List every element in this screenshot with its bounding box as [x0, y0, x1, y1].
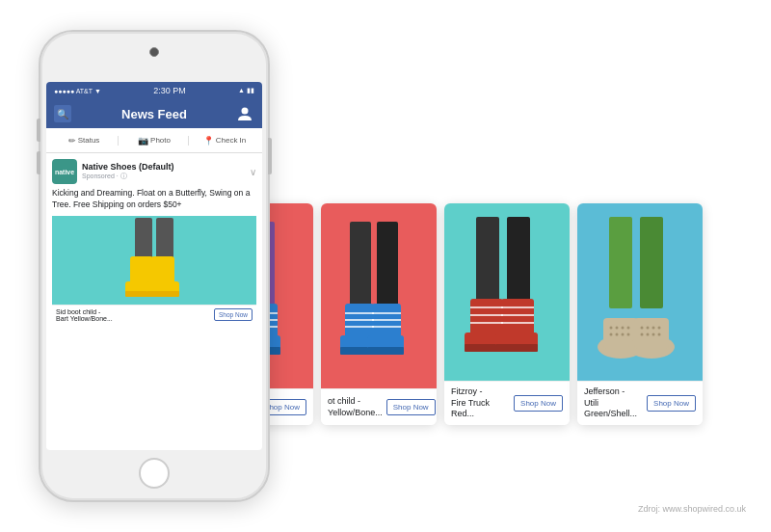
fb-profile-icon[interactable]: [237, 105, 254, 122]
svg-point-61: [610, 333, 613, 336]
card-name-4: Fitzroy -: [451, 386, 510, 398]
item-name-1: Sid boot child -: [56, 308, 211, 315]
photo-label: Photo: [150, 136, 171, 145]
card-name-3: ot child -: [328, 396, 383, 408]
status-action[interactable]: ✏ Status: [50, 136, 119, 146]
phone-camera: [149, 47, 159, 57]
shoe-svg-3: [335, 222, 422, 371]
svg-rect-52: [640, 217, 663, 308]
svg-point-0: [241, 108, 248, 115]
phone-side-right: [268, 138, 272, 174]
brand-avatar: native: [52, 159, 77, 184]
post-brand-name: Native Shoes (Default): [82, 162, 245, 172]
svg-rect-2: [156, 218, 173, 261]
card-img-3: [321, 203, 437, 388]
svg-rect-23: [350, 222, 371, 308]
post-sponsored: Sponsored · ⓘ: [82, 172, 245, 181]
svg-point-67: [652, 327, 655, 330]
svg-point-65: [641, 327, 644, 330]
card-subname-5: Utili Green/Shell...: [584, 398, 643, 420]
svg-point-60: [627, 327, 630, 330]
post-info: Native Shoes (Default) Sponsored · ⓘ: [82, 162, 245, 181]
battery-icon: ▮▮: [247, 87, 254, 94]
phone-mockup: ●●●●● AT&T ▼ 2:30 PM ▲ ▮▮ 🔍 News Feed: [39, 30, 270, 502]
svg-rect-56: [634, 318, 669, 349]
phone-carousel[interactable]: Sid boot child - Bart Yellow/Bone... Sho…: [52, 216, 256, 325]
post-menu[interactable]: ∨: [250, 167, 256, 177]
svg-point-63: [622, 333, 625, 336]
svg-point-58: [616, 327, 619, 330]
svg-rect-37: [476, 217, 499, 304]
photo-action[interactable]: 📷 Photo: [120, 136, 189, 146]
shoe-image-1: [116, 218, 193, 303]
svg-rect-38: [507, 217, 530, 304]
phone-home-button[interactable]: [139, 458, 170, 489]
phone-side-left: [37, 119, 40, 142]
post-text: Kicking and Dreaming. Float on a Butterf…: [52, 188, 256, 211]
status-label: Status: [78, 136, 100, 145]
carrier-text: ●●●●● AT&T ▼: [54, 88, 101, 94]
card-subname-3: Yellow/Bone...: [328, 408, 383, 419]
svg-rect-1: [135, 218, 152, 261]
svg-point-70: [647, 333, 650, 336]
shoe-svg-4: [459, 217, 555, 366]
shop-now-3[interactable]: Shop Now: [386, 399, 436, 415]
checkin-action[interactable]: 📍 Check In: [191, 136, 258, 146]
svg-rect-44: [495, 344, 538, 352]
time-text: 2:30 PM: [153, 86, 186, 95]
card-name-5: Jefferson -: [584, 386, 643, 398]
svg-point-62: [616, 333, 619, 336]
phone-screen: ●●●●● AT&T ▼ 2:30 PM ▲ ▮▮ 🔍 News Feed: [46, 82, 262, 450]
shop-now-4[interactable]: Shop Now: [514, 395, 563, 412]
svg-point-72: [658, 333, 661, 336]
carousel-card-5: Jefferson - Utili Green/Shell... Shop No…: [577, 203, 703, 425]
carousel-card-3: ot child - Yellow/Bone... Shop Now: [321, 203, 437, 425]
svg-point-59: [622, 327, 625, 330]
checkin-icon: 📍: [203, 136, 214, 146]
svg-point-71: [652, 333, 655, 336]
svg-rect-8: [146, 291, 179, 297]
svg-rect-24: [377, 222, 398, 308]
post-header: native Native Shoes (Default) Sponsored …: [52, 159, 256, 184]
card-img-4: [444, 203, 570, 381]
card-caption-5: Jefferson - Utili Green/Shell... Shop No…: [577, 381, 703, 425]
wifi-icon: ▲: [238, 87, 245, 94]
news-feed-title: News Feed: [121, 107, 187, 121]
carousel-cards: Fitzsi Mega Shop Now: [198, 203, 703, 425]
svg-point-57: [610, 327, 613, 330]
svg-rect-51: [609, 217, 632, 308]
status-bar: ●●●●● AT&T ▼ 2:30 PM ▲ ▮▮: [46, 82, 262, 99]
caption-name-4: Fitzroy - Fire Truck Red...: [451, 386, 510, 420]
status-icons: ▲ ▮▮: [238, 87, 254, 94]
card-subname-4: Fire Truck Red...: [451, 398, 510, 420]
fb-post: native Native Shoes (Default) Sponsored …: [46, 153, 262, 331]
caption-text-1: Sid boot child - Bart Yellow/Bone...: [56, 308, 211, 322]
person-icon: [237, 107, 253, 120]
status-icon: ✏: [68, 136, 76, 146]
svg-point-68: [658, 327, 661, 330]
svg-point-64: [627, 333, 630, 336]
card-caption-4: Fitzroy - Fire Truck Red... Shop Now: [444, 381, 570, 425]
svg-point-66: [647, 327, 650, 330]
svg-rect-30: [367, 347, 404, 355]
phone-carousel-item-1: Sid boot child - Bart Yellow/Bone... Sho…: [52, 216, 256, 325]
photo-icon: 📷: [138, 136, 148, 146]
svg-point-69: [641, 333, 644, 336]
item-subname-1: Bart Yellow/Bone...: [56, 315, 211, 322]
shop-now-5[interactable]: Shop Now: [647, 395, 696, 412]
phone-side-left2: [37, 151, 40, 174]
fb-actions-bar: ✏ Status 📷 Photo 📍 Check In: [46, 128, 262, 153]
card-caption-3: ot child - Yellow/Bone... Shop Now: [321, 388, 437, 425]
caption-name-3: ot child - Yellow/Bone...: [328, 396, 383, 418]
scene: ●●●●● AT&T ▼ 2:30 PM ▲ ▮▮ 🔍 News Feed: [10, 11, 761, 521]
search-icon: 🔍: [57, 109, 68, 120]
fb-header: 🔍 News Feed: [46, 99, 262, 128]
fb-search-icon[interactable]: 🔍: [54, 105, 71, 122]
shop-now-btn-1[interactable]: Shop Now: [214, 308, 253, 321]
checkin-label: Check In: [216, 136, 247, 145]
phone-caption-1: Sid boot child - Bart Yellow/Bone... Sho…: [52, 305, 256, 325]
shoe-svg-5: [592, 217, 688, 366]
card-img-5: [577, 203, 703, 381]
caption-name-5: Jefferson - Utili Green/Shell...: [584, 386, 643, 420]
carousel-card-4: Fitzroy - Fire Truck Red... Shop Now: [444, 203, 570, 425]
